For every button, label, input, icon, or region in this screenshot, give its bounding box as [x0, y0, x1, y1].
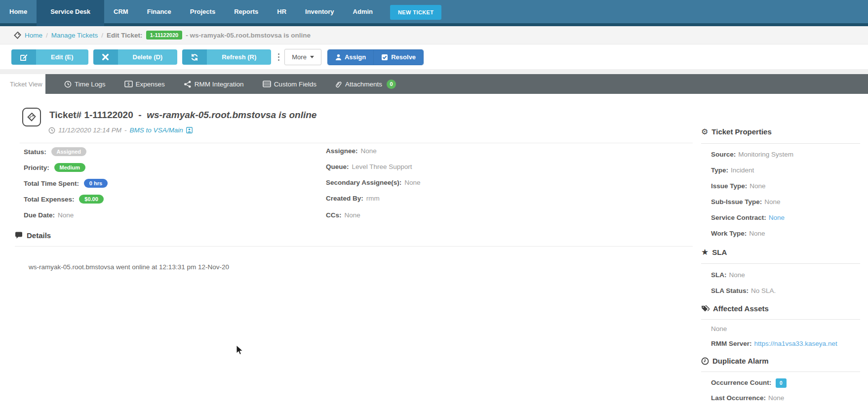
- rmm-server-field: RMM Server:https://na1vsa33.kaseya.net: [711, 340, 837, 347]
- type-field: Type:Incident: [711, 166, 754, 174]
- breadcrumb-ticket-title: - ws-ramyak-05.root.bmstovsa is online: [186, 32, 311, 39]
- gears-icon: ⚙: [701, 128, 708, 136]
- breadcrumb-separator: /: [46, 32, 48, 39]
- person-icon: [335, 54, 342, 60]
- tags-icon: [701, 305, 710, 312]
- sla-status-field: SLA Status:No SLA.: [711, 287, 776, 294]
- ticket-properties-header: ⚙ Ticket Properties: [701, 127, 772, 136]
- priority-field: Priority: Medium: [24, 163, 85, 172]
- comment-icon: [15, 232, 23, 239]
- top-nav: Home Service Desk CRM Finance Projects R…: [0, 0, 868, 26]
- nav-item-reports[interactable]: Reports: [225, 0, 268, 26]
- refresh-button-label: Refresh (R): [207, 49, 271, 65]
- divider: [15, 246, 693, 247]
- ellipsis-vertical-icon[interactable]: [278, 53, 279, 61]
- clock-icon: [48, 127, 55, 134]
- created-by-field: Created By:rmm: [326, 195, 380, 202]
- divider: [701, 319, 860, 320]
- divider: [701, 143, 860, 144]
- delete-button-label: Delete (D): [118, 49, 178, 65]
- tab-rmm-integration[interactable]: RMM Integration: [184, 81, 244, 88]
- assign-button-label: Assign: [345, 53, 366, 61]
- details-text: ws-ramyak-05.root.bmstovsa went online a…: [29, 263, 229, 271]
- nav-item-home[interactable]: Home: [0, 0, 37, 26]
- tab-time-logs[interactable]: Time Logs: [64, 81, 106, 88]
- nav-item-projects[interactable]: Projects: [181, 0, 225, 26]
- share-nodes-icon: [184, 81, 192, 88]
- more-button-label: More: [292, 53, 307, 61]
- due-date-field: Due Date:None: [24, 211, 74, 219]
- assign-button[interactable]: Assign: [328, 50, 373, 65]
- refresh-button[interactable]: Refresh (R): [182, 49, 271, 65]
- breadcrumb-home-link[interactable]: Home: [25, 32, 42, 39]
- nav-item-inventory[interactable]: Inventory: [296, 0, 344, 26]
- attachments-count-badge: 0: [387, 80, 396, 89]
- origin-workflow-link[interactable]: BMS to VSA/Main: [130, 126, 183, 134]
- paperclip-icon: [335, 81, 342, 88]
- refresh-icon: [182, 49, 207, 65]
- issue-type-field: Issue Type:None: [711, 182, 766, 190]
- clock-icon: [64, 81, 72, 88]
- contact-card-icon[interactable]: [186, 127, 193, 133]
- tab-label: Custom Fields: [274, 81, 316, 88]
- rmm-server-link[interactable]: https://na1vsa33.kaseya.net: [754, 340, 837, 347]
- x-icon: [93, 49, 118, 65]
- tab-expenses[interactable]: $ Expenses: [124, 81, 165, 88]
- queue-field: Queue:Level Three Support: [326, 163, 412, 170]
- ccs-field: CCs:None: [326, 211, 360, 219]
- status-field: Status: Assigned: [24, 147, 86, 156]
- mouse-cursor: [236, 345, 244, 356]
- nav-item-admin[interactable]: Admin: [344, 0, 382, 26]
- edit-icon: [11, 49, 36, 65]
- affected-assets-none: None: [711, 325, 727, 332]
- ticket-view-panel: Ticket# 1-11122020 - ws-ramyak-05.root.b…: [0, 94, 868, 413]
- assign-resolve-group: Assign Resolve: [327, 49, 424, 65]
- delete-button[interactable]: Delete (D): [93, 49, 178, 65]
- nav-item-finance[interactable]: Finance: [138, 0, 181, 26]
- tab-label: Time Logs: [75, 81, 106, 88]
- check-square-icon: [381, 54, 388, 61]
- last-occurrence-field: Last Occurrence:None: [711, 394, 784, 402]
- resolve-button[interactable]: Resolve: [373, 50, 423, 65]
- ticket-icon: [22, 108, 41, 126]
- new-ticket-button[interactable]: NEW TICKET: [390, 5, 441, 20]
- source-field: Source:Monitoring System: [711, 151, 793, 158]
- tab-label: Expenses: [136, 81, 165, 88]
- edit-button[interactable]: Edit (E): [11, 49, 88, 65]
- affected-assets-header: Affected Assets: [701, 304, 769, 313]
- expenses-field: Total Expenses: $0.00: [24, 195, 104, 204]
- tab-attachments[interactable]: Attachments 0: [335, 80, 396, 89]
- tab-label: Attachments: [345, 81, 382, 88]
- expenses-badge: $0.00: [79, 195, 104, 204]
- sla-field: SLA:None: [711, 271, 745, 279]
- ticket-tag-icon: [14, 32, 21, 39]
- assignee-field: Assignee:None: [326, 147, 377, 155]
- divider: [701, 263, 860, 264]
- divider: [20, 143, 693, 143]
- ticket-number: Ticket# 1-11122020: [49, 110, 133, 120]
- priority-badge: Medium: [54, 163, 86, 172]
- sub-issue-type-field: Sub-Issue Type:None: [711, 198, 781, 206]
- work-type-field: Work Type:None: [711, 230, 765, 237]
- more-button[interactable]: More: [284, 49, 321, 65]
- time-spent-field: Total Time Spent: 0 hrs: [24, 179, 108, 188]
- app-window: Home Service Desk CRM Finance Projects R…: [0, 0, 868, 413]
- ticket-subject: ws-ramyak-05.root.bmstovsa is online: [147, 110, 316, 120]
- tab-bar: Ticket View Time Logs $ Expenses RMM Int…: [0, 74, 868, 94]
- divider: [0, 69, 868, 74]
- tab-ticket-view[interactable]: Ticket View: [0, 74, 45, 94]
- toolbar: Edit (E) Delete (D) Refresh (R) More Ass…: [0, 45, 868, 69]
- ticket-title: Ticket# 1-11122020 - ws-ramyak-05.root.b…: [49, 110, 316, 121]
- nav-item-crm[interactable]: CRM: [104, 0, 138, 26]
- edit-button-label: Edit (E): [36, 49, 88, 65]
- chevron-down-icon: [310, 56, 314, 58]
- breadcrumb-manage-tickets-link[interactable]: Manage Tickets: [51, 32, 98, 39]
- star-icon: ★: [701, 248, 709, 256]
- nav-item-hr[interactable]: HR: [268, 0, 296, 26]
- service-contract-link[interactable]: None: [769, 214, 785, 221]
- tab-custom-fields[interactable]: Custom Fields: [263, 81, 316, 88]
- secondary-assignees-field: Secondary Assignee(s):None: [326, 179, 421, 186]
- nav-item-service-desk[interactable]: Service Desk: [37, 0, 104, 26]
- created-timestamp: 11/12/2020 12:14 PM: [58, 126, 121, 134]
- occurrence-count-badge: 0: [776, 378, 787, 388]
